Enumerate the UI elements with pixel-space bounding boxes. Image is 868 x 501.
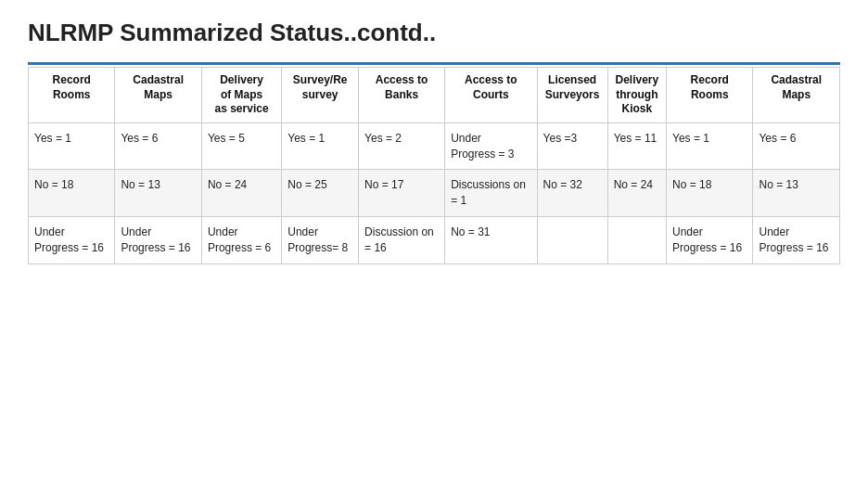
column-header-0: Record Rooms [29, 68, 115, 123]
table-cell-r2-c3: Under Progress= 8 [282, 216, 359, 263]
column-header-1: Cadastral Maps [115, 68, 201, 123]
column-header-3: Survey/Re survey [282, 68, 359, 123]
table-cell-r1-c6: No = 32 [537, 170, 607, 217]
column-header-2: Delivery of Maps as service [201, 68, 281, 123]
table-row: No = 18No = 13No = 24No = 25No = 17Discu… [29, 170, 840, 217]
table-cell-r2-c2: Under Progress = 6 [201, 216, 281, 263]
table-cell-r1-c3: No = 25 [282, 170, 359, 217]
main-table-container: Record RoomsCadastral MapsDelivery of Ma… [28, 67, 840, 264]
table-cell-r0-c5: Under Progress = 3 [445, 122, 537, 170]
column-header-9: Cadastral Maps [753, 68, 840, 123]
table-cell-r2-c7 [607, 216, 666, 263]
table-cell-r0-c1: Yes = 6 [115, 122, 201, 170]
column-header-5: Access to Courts [445, 68, 537, 123]
page-title: NLRMP Summarized Status..contd.. [28, 19, 840, 47]
table-cell-r2-c0: Under Progress = 16 [29, 216, 115, 263]
table-cell-r1-c2: No = 24 [201, 170, 281, 217]
table-row: Yes = 1Yes = 6Yes = 5Yes = 1Yes = 2Under… [29, 122, 840, 170]
table-row: Under Progress = 16Under Progress = 16Un… [29, 216, 840, 263]
table-cell-r1-c5: Discussions on = 1 [445, 170, 537, 217]
table-cell-r1-c1: No = 13 [115, 170, 201, 217]
table-cell-r0-c8: Yes = 1 [667, 122, 753, 170]
title-divider [28, 62, 840, 65]
column-header-4: Access to Banks [359, 68, 445, 123]
table-cell-r1-c8: No = 18 [667, 170, 753, 217]
table-cell-r1-c7: No = 24 [607, 170, 666, 217]
table-cell-r0-c7: Yes = 11 [607, 122, 666, 170]
table-cell-r0-c6: Yes =3 [537, 122, 607, 170]
table-cell-r0-c3: Yes = 1 [282, 122, 359, 170]
summary-table: Record RoomsCadastral MapsDelivery of Ma… [28, 67, 840, 264]
table-cell-r2-c6 [537, 216, 607, 263]
table-cell-r0-c4: Yes = 2 [359, 122, 445, 170]
table-header-row: Record RoomsCadastral MapsDelivery of Ma… [29, 68, 840, 123]
table-cell-r2-c8: Under Progress = 16 [667, 216, 753, 263]
table-cell-r2-c4: Discussion on = 16 [359, 216, 445, 263]
table-cell-r0-c2: Yes = 5 [201, 122, 281, 170]
table-cell-r1-c0: No = 18 [29, 170, 115, 217]
table-cell-r2-c1: Under Progress = 16 [115, 216, 201, 263]
column-header-6: Licensed Surveyors [537, 68, 607, 123]
table-cell-r0-c9: Yes = 6 [753, 122, 840, 170]
column-header-8: Record Rooms [667, 68, 753, 123]
table-cell-r2-c5: No = 31 [445, 216, 537, 263]
table-body: Yes = 1Yes = 6Yes = 5Yes = 1Yes = 2Under… [29, 122, 840, 263]
table-cell-r1-c9: No = 13 [753, 170, 840, 217]
column-header-7: Delivery through Kiosk [607, 68, 666, 123]
table-cell-r0-c0: Yes = 1 [29, 122, 115, 170]
table-cell-r1-c4: No = 17 [359, 170, 445, 217]
table-cell-r2-c9: Under Progress = 16 [753, 216, 840, 263]
